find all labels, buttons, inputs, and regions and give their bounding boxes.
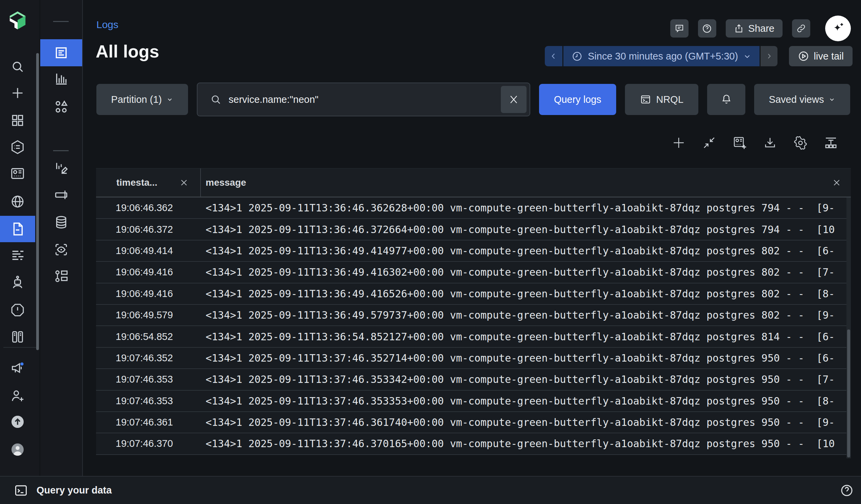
- main-content: Logs All logs Share: [83, 0, 861, 476]
- sidebar-scrollbar-thumb[interactable]: [36, 53, 39, 350]
- chart-edit-icon: [53, 160, 69, 176]
- sparkle-icon: [831, 21, 845, 36]
- feedback-icon: [674, 23, 684, 33]
- breadcrumb-logs[interactable]: Logs: [96, 19, 118, 30]
- log-message: <134>1 2025-09-11T13:36:49.416526+00:00 …: [201, 288, 851, 300]
- primary-sidebar: [0, 0, 40, 476]
- live-tail-button[interactable]: live tail: [789, 46, 852, 66]
- new-relic-logo[interactable]: [0, 8, 35, 32]
- table-row[interactable]: 19:06:54.852 <134>1 2025-09-11T13:36:54.…: [96, 326, 851, 348]
- ai-assistant-button[interactable]: [825, 16, 851, 41]
- nrql-label: NRQL: [656, 94, 683, 105]
- terminal-icon: [14, 483, 28, 498]
- add-column-button[interactable]: [671, 135, 686, 150]
- remove-timestamp-column-button[interactable]: [179, 178, 189, 187]
- sidebar-item-apps[interactable]: [0, 108, 35, 133]
- help-button[interactable]: [698, 19, 716, 38]
- sidebar-item-invite-user[interactable]: [0, 384, 35, 408]
- user-avatar[interactable]: [0, 437, 35, 462]
- sidebar-item-infrastructure[interactable]: [0, 325, 35, 349]
- search-box: [197, 83, 530, 117]
- saved-views-label: Saved views: [769, 94, 824, 105]
- sidebar-item-add[interactable]: [0, 81, 35, 105]
- logs-nav-obfuscation[interactable]: [40, 237, 82, 262]
- close-icon: [508, 93, 520, 106]
- table-scrollbar[interactable]: [846, 197, 851, 458]
- close-icon: [179, 178, 189, 187]
- table-row[interactable]: 19:07:46.370 <134>1 2025-09-11T13:37:46.…: [96, 433, 851, 454]
- sidebar-item-entities[interactable]: [0, 135, 35, 159]
- footer-help-button[interactable]: [840, 483, 854, 498]
- saved-views-dropdown[interactable]: Saved views: [754, 84, 850, 115]
- remove-message-column-button[interactable]: [832, 178, 842, 187]
- table-row[interactable]: 19:07:46.353 <134>1 2025-09-11T13:37:46.…: [96, 369, 851, 390]
- table-row[interactable]: 19:07:46.352 <134>1 2025-09-11T13:37:46.…: [96, 348, 851, 369]
- table-scrollbar-thumb[interactable]: [847, 329, 850, 457]
- column-header-message[interactable]: message: [201, 168, 851, 196]
- add-to-dashboard-button[interactable]: [732, 135, 747, 150]
- log-message: <134>1 2025-09-11T13:36:49.414977+00:00 …: [201, 245, 851, 257]
- query-logs-button[interactable]: Query logs: [539, 84, 616, 115]
- logs-nav-parsing[interactable]: [40, 264, 82, 288]
- logs-nav-drop-filters[interactable]: [40, 210, 82, 234]
- new-relic-logo-icon: [7, 10, 28, 31]
- document-icon: [10, 221, 25, 237]
- sidebar-item-alerts[interactable]: [0, 298, 35, 322]
- bell-icon: [720, 93, 733, 106]
- table-row[interactable]: 19:06:49.414 <134>1 2025-09-11T13:36:49.…: [96, 241, 851, 262]
- link-icon: [796, 23, 806, 33]
- log-table-body: 19:06:46.362 <134>1 2025-09-11T13:36:46.…: [96, 197, 851, 455]
- table-row[interactable]: 19:06:46.372 <134>1 2025-09-11T13:36:46.…: [96, 219, 851, 240]
- sidebar-item-browse[interactable]: [0, 189, 35, 214]
- log-message: <134>1 2025-09-11T13:36:46.362628+00:00 …: [201, 202, 851, 214]
- download-button[interactable]: [763, 135, 778, 150]
- sidebar-item-upgrade[interactable]: [0, 410, 35, 434]
- settings-button[interactable]: [793, 135, 808, 150]
- alert-condition-button[interactable]: [707, 84, 745, 115]
- table-row[interactable]: 19:06:46.362 <134>1 2025-09-11T13:36:46.…: [96, 197, 851, 219]
- logs-nav-patterns[interactable]: [40, 95, 82, 119]
- user-plus-icon: [10, 388, 25, 404]
- logs-nav-all-logs[interactable]: [40, 39, 82, 66]
- log-message: <134>1 2025-09-11T13:37:46.361740+00:00 …: [201, 417, 851, 428]
- sidebar-item-announcements[interactable]: [0, 356, 35, 380]
- logs-nav-attributes[interactable]: [40, 66, 82, 91]
- share-icon: [734, 23, 744, 33]
- share-label: Share: [748, 23, 775, 34]
- grid-icon: [10, 113, 25, 128]
- robot-icon: [10, 275, 25, 290]
- time-forward-button[interactable]: [761, 46, 778, 66]
- collapse-view-button[interactable]: [702, 135, 716, 150]
- time-range-picker[interactable]: Since 30 minutes ago (GMT+5:30): [563, 46, 760, 66]
- logs-nav-livetail[interactable]: [40, 155, 82, 180]
- globe-icon: [10, 194, 25, 209]
- table-row[interactable]: 19:06:49.579 <134>1 2025-09-11T13:36:49.…: [96, 305, 851, 326]
- table-row[interactable]: 19:07:46.353 <134>1 2025-09-11T13:37:46.…: [96, 391, 851, 412]
- partition-dropdown[interactable]: Partition (1): [96, 84, 188, 115]
- table-row[interactable]: 19:06:49.416 <134>1 2025-09-11T13:36:49.…: [96, 284, 851, 305]
- sidebar-item-dashboards[interactable]: [0, 161, 35, 186]
- sidebar-item-search[interactable]: [0, 54, 35, 79]
- time-range-controls: Since 30 minutes ago (GMT+5:30) live tai…: [545, 46, 852, 66]
- column-header-timestamp[interactable]: timesta...: [96, 168, 201, 196]
- sidebar-item-logs[interactable]: [0, 216, 35, 242]
- feedback-button[interactable]: [670, 19, 688, 38]
- log-timestamp: 19:07:46.353: [96, 374, 201, 385]
- nrql-button[interactable]: NRQL: [625, 84, 698, 115]
- logs-sidebar-divider: [53, 150, 69, 151]
- search-clear-button[interactable]: [501, 86, 527, 113]
- share-button[interactable]: Share: [726, 19, 782, 38]
- group-columns-button[interactable]: [823, 135, 838, 150]
- logs-nav-data-partitions[interactable]: [40, 183, 82, 207]
- table-row[interactable]: 19:07:46.361 <134>1 2025-09-11T13:37:46.…: [96, 412, 851, 433]
- log-timestamp: 19:06:49.416: [96, 267, 201, 278]
- time-back-button[interactable]: [545, 46, 562, 66]
- table-row[interactable]: 19:06:49.416 <134>1 2025-09-11T13:36:49.…: [96, 262, 851, 283]
- query-your-data-bar[interactable]: Query your data: [0, 476, 861, 504]
- sidebar-item-traces[interactable]: [0, 243, 35, 267]
- search-input[interactable]: [229, 94, 492, 105]
- log-table: timesta... message 19:06:46.362 <134>1 2…: [96, 168, 851, 458]
- help-icon: [702, 23, 712, 34]
- sidebar-item-ai-assistant[interactable]: [0, 270, 35, 295]
- copy-link-button[interactable]: [792, 19, 810, 38]
